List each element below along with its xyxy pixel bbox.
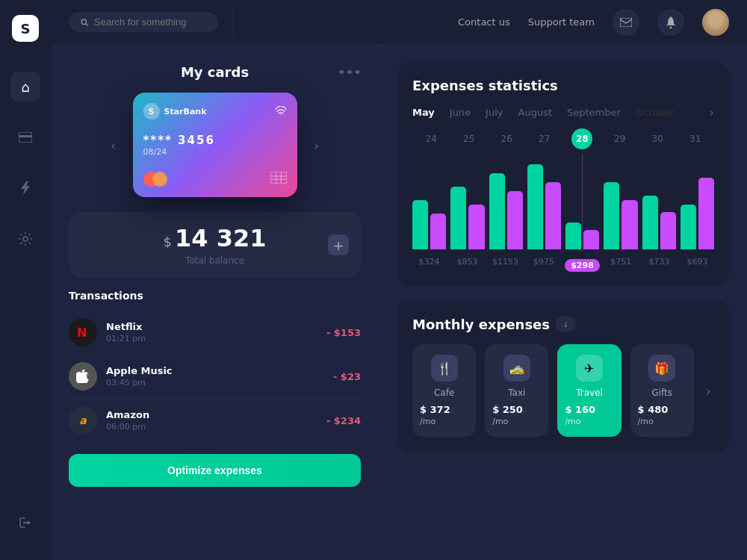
cat-cafe[interactable]: 🍴 Cafe $ 372 /mo: [412, 344, 476, 437]
balance-label: Total balance: [81, 255, 349, 266]
svg-rect-5: [620, 18, 632, 27]
add-balance-button[interactable]: +: [328, 234, 349, 255]
tx-apple-time: 03:45 pm: [106, 378, 324, 388]
bar-group-2: [489, 160, 523, 249]
credit-card[interactable]: S StarBank: [133, 93, 297, 197]
cat-travel[interactable]: ✈ Travel $ 160 /mo: [557, 344, 621, 437]
month-may[interactable]: May: [412, 107, 435, 118]
bar-group-1: [450, 160, 484, 249]
amount-5: $751: [604, 257, 638, 271]
amount-2: $1153: [489, 257, 522, 271]
cafe-label: Cafe: [434, 388, 454, 398]
cat-taxi[interactable]: 🚕 Taxi $ 250 /mo: [485, 344, 548, 437]
bar-7-purple: [698, 178, 714, 249]
month-august[interactable]: August: [518, 107, 553, 118]
mail-icon: [620, 18, 632, 27]
support-link[interactable]: Support team: [528, 16, 595, 28]
bar-group-7: [681, 160, 714, 249]
cards-header: My cards •••: [69, 63, 361, 81]
travel-label: Travel: [576, 388, 603, 398]
gifts-icon: 🎁: [648, 355, 675, 382]
bar-2-purple: [507, 191, 523, 249]
avatar[interactable]: [702, 9, 729, 36]
svg-rect-10: [280, 172, 282, 184]
search-input[interactable]: [94, 16, 206, 28]
sidebar-item-home[interactable]: ⌂: [10, 72, 40, 102]
date-28-active[interactable]: 28: [563, 128, 601, 149]
tx-netflix-name: Netflix: [106, 321, 317, 332]
bar-2-teal: [489, 173, 505, 249]
mail-button[interactable]: [613, 9, 639, 36]
date-31[interactable]: 31: [677, 134, 715, 144]
expenses-title: Expenses statistics: [412, 78, 714, 93]
month-july[interactable]: July: [486, 107, 503, 118]
monthly-title: Monthly expenses: [412, 317, 550, 332]
carousel-next[interactable]: ›: [306, 134, 327, 155]
month-june[interactable]: June: [450, 107, 471, 118]
contact-link[interactable]: Contact us: [458, 16, 510, 28]
wifi-icon: [275, 105, 287, 117]
card-wrapper: S StarBank: [133, 93, 297, 197]
svg-rect-8: [270, 172, 287, 184]
amount-7: $693: [681, 257, 714, 271]
amazon-icon: a: [69, 406, 97, 435]
svg-point-7: [280, 114, 282, 115]
bar-3-purple: [545, 182, 561, 249]
tx-apple-name: Apple Music: [106, 365, 324, 376]
navbar-right: Contact us Support team: [458, 9, 729, 36]
amount-6: $733: [642, 257, 676, 271]
app-logo[interactable]: S: [12, 15, 39, 42]
bar-group-4-active: [565, 160, 599, 249]
sidebar-bottom: [10, 508, 40, 545]
date-30[interactable]: 30: [639, 134, 677, 144]
transaction-netflix: N Netflix 01:21 pm - $153: [69, 311, 361, 355]
optimize-button[interactable]: Optimize expenses: [69, 454, 361, 487]
search-icon: [81, 17, 88, 28]
date-26[interactable]: 26: [488, 134, 526, 144]
main-content: Contact us Support team: [51, 0, 747, 560]
search-bar[interactable]: [69, 12, 218, 32]
apple-icon: [69, 362, 97, 391]
bar-3-teal: [527, 164, 543, 249]
transactions-section: Transactions N Netflix 01:21 pm - $153: [69, 290, 361, 442]
bar-4-purple: [583, 230, 599, 249]
balance-section: $14 321 Total balance +: [69, 212, 361, 278]
bar-1-purple: [468, 205, 484, 249]
sidebar-nav: ⌂: [10, 72, 40, 508]
svg-rect-9: [276, 172, 277, 184]
bar-6-purple: [660, 212, 676, 249]
mastercard-logo: [143, 172, 167, 187]
tx-amazon-amount: - $234: [326, 415, 361, 426]
month-september[interactable]: September: [567, 107, 621, 118]
sidebar-item-lightning[interactable]: [10, 173, 40, 203]
month-nav-next[interactable]: ›: [710, 105, 714, 119]
sidebar-item-logout[interactable]: [10, 508, 40, 538]
right-panel: Expenses statistics May June July August…: [379, 45, 747, 560]
gifts-amount: $ 480 /mo: [638, 404, 686, 426]
bar-0-teal: [412, 200, 428, 249]
categories-nav-next[interactable]: ›: [703, 383, 714, 399]
cards-menu-button[interactable]: •••: [338, 63, 361, 81]
carousel-prev[interactable]: ‹: [103, 134, 124, 155]
gifts-label: Gifts: [651, 388, 672, 398]
bar-group-0: [412, 160, 446, 249]
avatar-image: [702, 9, 729, 36]
monthly-dropdown[interactable]: ↓: [556, 316, 575, 332]
card-bank-logo: S: [143, 103, 160, 119]
date-25[interactable]: 25: [450, 134, 489, 144]
bar-5-teal: [604, 182, 619, 249]
content-area: My cards ••• ‹ S StarBank: [51, 45, 747, 560]
svg-rect-1: [19, 135, 32, 137]
month-october[interactable]: October: [636, 107, 675, 118]
date-27[interactable]: 27: [526, 134, 564, 144]
bar-group-5: [604, 160, 637, 249]
date-24[interactable]: 24: [412, 134, 450, 144]
nav-divider: [233, 7, 234, 37]
notification-button[interactable]: [657, 9, 684, 36]
cat-gifts[interactable]: 🎁 Gifts $ 480 /mo: [630, 344, 694, 437]
sidebar-item-settings[interactable]: [10, 224, 40, 254]
sidebar-item-cards[interactable]: [10, 122, 40, 152]
date-29[interactable]: 29: [601, 134, 639, 144]
card-bottom: [143, 171, 287, 187]
bar-1-teal: [450, 187, 466, 249]
